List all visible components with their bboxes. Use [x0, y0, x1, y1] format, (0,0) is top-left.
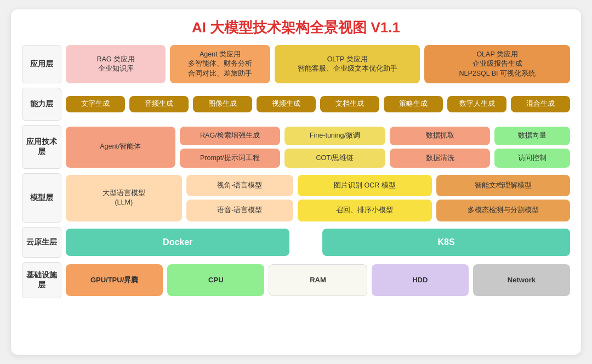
cloud-layer-row: 云原生层 Docker K8S — [22, 227, 570, 258]
prompt-tech-box: Prompt/提示词工程 — [180, 149, 281, 168]
doc-gen-box: 文档生成 — [320, 96, 379, 112]
main-container: AI 大模型技术架构全景视图 V1.1 应用层 RAG 类应用 企业知识库 Ag… — [11, 9, 581, 355]
speech-box: 语音-语言模型 — [186, 200, 294, 221]
app-layer-row: 应用层 RAG 类应用 企业知识库 Agent 类应用 多智能体、财务分析 合同… — [22, 45, 570, 83]
infra-layer-content: GPU/TPU/昇腾 CPU RAM HDD Network — [66, 264, 570, 296]
doc-understand-box: 智能文档理解模型 — [436, 175, 570, 197]
llm-box: 大型语言模型 (LLM) — [66, 175, 182, 221]
k8s-box: K8S — [322, 229, 570, 256]
rag-tech-box: RAG/检索增强生成 — [180, 127, 281, 146]
digital-gen-box: 数字人生成 — [447, 96, 506, 112]
ocr-box: 图片识别 OCR 模型 — [298, 175, 431, 197]
network-box: Network — [473, 264, 570, 296]
architecture-grid: 应用层 RAG 类应用 企业知识库 Agent 类应用 多智能体、财务分析 合同… — [22, 45, 570, 298]
mix-gen-box: 混合生成 — [511, 96, 570, 112]
hdd-box: HDD — [372, 264, 469, 296]
oltp-box: OLTP 类应用 智能客服、企业级文本优化助手 — [275, 45, 420, 83]
data-clean-box: 数据清洗 — [390, 149, 491, 168]
app-layer-content: RAG 类应用 企业知识库 Agent 类应用 多智能体、财务分析 合同对比、差… — [66, 45, 570, 83]
data-ops-group: 数据抓取 数据清洗 — [390, 127, 491, 168]
cloud-layer-content: Docker K8S — [66, 229, 570, 256]
ranking-box: 召回、排序小模型 — [298, 200, 431, 221]
cpu-box: CPU — [167, 264, 264, 296]
cloud-layer-label: 云原生层 — [22, 227, 61, 258]
text-gen-box: 文字生成 — [66, 96, 125, 112]
page-title: AI 大模型技术架构全景视图 V1.1 — [22, 18, 570, 37]
agent-tech-box: Agent/智能体 — [66, 127, 175, 168]
model-layer-content: 大型语言模型 (LLM) 视角-语言模型 语音-语言模型 图片识别 OCR 模型… — [66, 175, 570, 221]
doc-multimodal-group: 智能文档理解模型 多模态检测与分割模型 — [436, 175, 570, 221]
vector-box: 数据向量 — [494, 127, 570, 146]
capability-layer-content: 文字生成 音频生成 图像生成 视频生成 文档生成 策略生成 数字人生成 混合生成 — [66, 96, 570, 112]
multimodal-box: 多模态检测与分割模型 — [436, 200, 570, 221]
data-fetch-box: 数据抓取 — [390, 127, 491, 146]
infra-layer-label: 基础设施层 — [22, 262, 61, 298]
ram-box: RAM — [269, 264, 367, 296]
access-box: 访问控制 — [494, 149, 570, 168]
app-tech-layer-label: 应用技术层 — [22, 125, 61, 169]
video-gen-box: 视频生成 — [257, 96, 316, 112]
image-gen-box: 图像生成 — [193, 96, 252, 112]
model-layer-row: 模型层 大型语言模型 (LLM) 视角-语言模型 语音-语言模型 图片识别 OC… — [22, 173, 570, 223]
rag-box: RAG 类应用 企业知识库 — [66, 45, 166, 83]
app-tech-layer-row: 应用技术层 Agent/智能体 RAG/检索增强生成 Prompt/提示词工程 … — [22, 125, 570, 169]
ocr-ranking-group: 图片识别 OCR 模型 召回、排序小模型 — [298, 175, 431, 221]
docker-box: Docker — [66, 229, 289, 256]
vector-access-group: 数据向量 访问控制 — [494, 127, 570, 168]
model-layer-label: 模型层 — [22, 173, 61, 223]
rag-prompt-group: RAG/检索增强生成 Prompt/提示词工程 — [180, 127, 281, 168]
app-layer-label: 应用层 — [22, 45, 61, 83]
agent-box: Agent 类应用 多智能体、财务分析 合同对比、差旅助手 — [170, 45, 270, 83]
audio-gen-box: 音频生成 — [129, 96, 189, 112]
finetuning-cot-group: Fine-tuning/微调 COT/思维链 — [284, 127, 385, 168]
finetuning-box: Fine-tuning/微调 — [284, 127, 385, 146]
infra-layer-row: 基础设施层 GPU/TPU/昇腾 CPU RAM HDD Network — [22, 262, 570, 298]
app-tech-layer-content: Agent/智能体 RAG/检索增强生成 Prompt/提示词工程 Fine-t… — [66, 127, 570, 168]
capability-layer-row: 能力层 文字生成 音频生成 图像生成 视频生成 文档生成 策略生成 数字人生成 … — [22, 88, 570, 121]
cot-box: COT/思维链 — [284, 149, 385, 168]
capability-layer-label: 能力层 — [22, 88, 61, 121]
olap-box: OLAP 类应用 企业级报告生成 NLP2SQL BI 可视化系统 — [424, 45, 570, 83]
vision-box: 视角-语言模型 — [186, 175, 294, 197]
strategy-gen-box: 策略生成 — [384, 96, 443, 112]
gpu-box: GPU/TPU/昇腾 — [66, 264, 163, 296]
vision-speech-group: 视角-语言模型 语音-语言模型 — [186, 175, 294, 221]
